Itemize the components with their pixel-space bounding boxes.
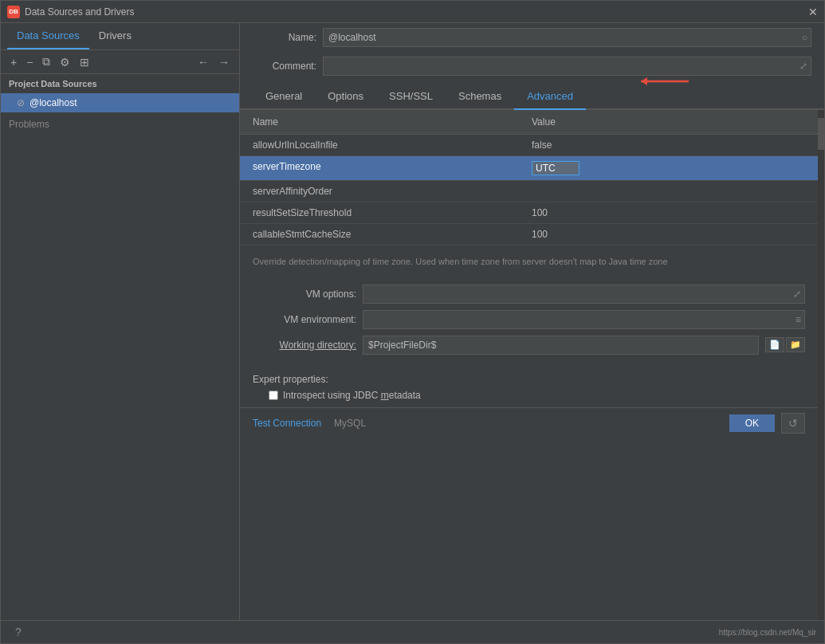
introspect-label: Introspect using JDBC metadata [283, 390, 421, 401]
property-table-container: Name Value allowUrlInLocalInfile false [240, 110, 818, 245]
datasource-icon: ⊘ [17, 97, 25, 108]
remove-button[interactable]: − [23, 54, 36, 70]
back-button[interactable]: ← [194, 54, 212, 70]
watermark: https://blog.csdn.net/Mq_sir [719, 628, 816, 637]
right-panel: Name: ○ Comment: ⤢ General [240, 23, 824, 620]
col-value-header: Value [519, 113, 818, 131]
problems-section: Problems [1, 112, 239, 136]
vm-options-input-container: ⤢ [363, 285, 805, 304]
tab-sshssl[interactable]: SSH/SSL [376, 84, 446, 110]
tab-data-sources[interactable]: Data Sources [7, 23, 89, 49]
right-scrollbar[interactable] [818, 110, 824, 620]
forward-button[interactable]: → [215, 54, 233, 70]
server-timezone-input[interactable] [532, 161, 579, 175]
vm-environment-icon[interactable]: ≡ [792, 314, 804, 325]
content-area: Data Sources Drivers + − ⧉ ⚙ ⊞ ← → Proje… [1, 23, 824, 620]
nav-buttons: ← → [194, 54, 233, 70]
datasource-label: @localhost [29, 97, 77, 108]
expert-properties-label: Expert properties: [253, 374, 805, 385]
test-connection-button[interactable]: Test Connection [253, 418, 321, 429]
description-text: Override detection/mapping of time zone.… [240, 245, 818, 278]
table-row[interactable]: callableStmtCacheSize 100 [240, 224, 818, 245]
working-directory-input[interactable] [363, 337, 758, 353]
comment-expand-button[interactable]: ⤢ [796, 61, 811, 72]
close-button[interactable]: ✕ [808, 6, 818, 18]
comment-input-container: ⤢ [323, 57, 811, 76]
add-button[interactable]: + [7, 54, 20, 70]
vm-section: VM options: ⤢ VM environment: ≡ [240, 278, 818, 367]
vm-environment-label: VM environment: [253, 314, 356, 325]
prop-value-0: false [519, 135, 818, 155]
tab-schemas[interactable]: Schemas [446, 84, 514, 110]
mysql-label: MySQL [334, 418, 366, 429]
table-row[interactable]: serverTimezone [240, 156, 818, 181]
introspect-checkbox[interactable] [269, 391, 278, 400]
prop-name-2: serverAffinityOrder [240, 181, 519, 202]
prop-value-3: 100 [519, 202, 818, 223]
comment-row: Comment: ⤢ [240, 52, 824, 80]
vm-options-input[interactable] [363, 286, 790, 302]
introspect-checkbox-row: Introspect using JDBC metadata [253, 390, 805, 401]
prop-name-0: allowUrlInLocalInfile [240, 135, 519, 155]
right-content: Name Value allowUrlInLocalInfile false [240, 110, 824, 620]
working-dir-folder-button[interactable]: 📁 [786, 337, 805, 352]
scrollbar-thumb[interactable] [818, 118, 824, 150]
working-directory-row: Working directory: 📄 📁 [253, 336, 805, 355]
vm-options-label: VM options: [253, 289, 356, 300]
name-input-container: ○ [323, 28, 811, 47]
name-input[interactable] [324, 29, 799, 45]
table-row[interactable]: allowUrlInLocalInfile false [240, 135, 818, 156]
left-toolbar: + − ⧉ ⚙ ⊞ ← → [1, 50, 239, 74]
vm-options-row: VM options: ⤢ [253, 285, 805, 304]
tab-drivers[interactable]: Drivers [89, 23, 141, 49]
comment-label: Comment: [253, 61, 316, 72]
svg-marker-1 [641, 77, 647, 85]
col-name-header: Name [240, 113, 519, 131]
vm-options-expand-icon[interactable]: ⤢ [790, 289, 804, 300]
tab-advanced[interactable]: Advanced [514, 84, 586, 110]
prop-value-1[interactable] [519, 156, 818, 180]
table-row[interactable]: serverAffinityOrder [240, 181, 818, 202]
vm-environment-input-container: ≡ [363, 310, 805, 329]
name-input-button[interactable]: ○ [799, 32, 811, 43]
right-main: Name Value allowUrlInLocalInfile false [240, 110, 818, 620]
working-dir-file-button[interactable]: 📄 [765, 337, 784, 352]
tab-general[interactable]: General [253, 84, 315, 110]
arrow-indicator [633, 69, 697, 93]
comment-input[interactable] [324, 58, 796, 74]
settings-button[interactable]: ⚙ [57, 54, 73, 70]
copy-button[interactable]: ⧉ [39, 53, 53, 70]
project-data-sources-header: Project Data Sources [1, 74, 239, 93]
prop-value-2 [519, 181, 818, 202]
vm-environment-row: VM environment: ≡ [253, 310, 805, 329]
name-label: Name: [253, 32, 316, 43]
table-row[interactable]: resultSetSizeThreshold 100 [240, 202, 818, 224]
vm-environment-input[interactable] [363, 312, 792, 328]
global-footer: ? https://blog.csdn.net/Mq_sir [1, 620, 824, 643]
ok-button[interactable]: OK [729, 414, 775, 432]
app-icon: DB [7, 6, 20, 18]
working-directory-input-container [363, 336, 759, 355]
left-tabs: Data Sources Drivers [1, 23, 239, 50]
table-header: Name Value [240, 110, 818, 135]
help-button[interactable]: ? [9, 626, 28, 638]
prop-name-4: callableStmtCacheSize [240, 224, 519, 245]
working-directory-label: Working directory: [253, 340, 356, 351]
prop-name-3: resultSetSizeThreshold [240, 202, 519, 223]
tab-options[interactable]: Options [315, 84, 376, 110]
working-dir-action-buttons: 📄 📁 [765, 337, 805, 352]
title-bar: DB Data Sources and Drivers ✕ [1, 1, 824, 23]
title-bar-left: DB Data Sources and Drivers [7, 6, 134, 18]
prop-name-1: serverTimezone [240, 156, 519, 180]
datasource-item-localhost[interactable]: ⊘ @localhost [1, 93, 239, 112]
bottom-bar: Test Connection MySQL OK ↺ [240, 407, 818, 438]
bottom-right-actions: OK ↺ [729, 413, 805, 434]
left-panel: Data Sources Drivers + − ⧉ ⚙ ⊞ ← → Proje… [1, 23, 240, 620]
window-title: Data Sources and Drivers [25, 6, 134, 18]
name-row: Name: ○ [240, 23, 824, 52]
reset-button[interactable]: ↺ [781, 413, 805, 434]
right-tabs: General Options SSH/SSL Schemas Advanced [240, 84, 824, 110]
main-window: DB Data Sources and Drivers ✕ Data Sourc… [0, 0, 825, 644]
expert-section: Expert properties: Introspect using JDBC… [240, 367, 818, 407]
tree-button[interactable]: ⊞ [77, 54, 92, 70]
